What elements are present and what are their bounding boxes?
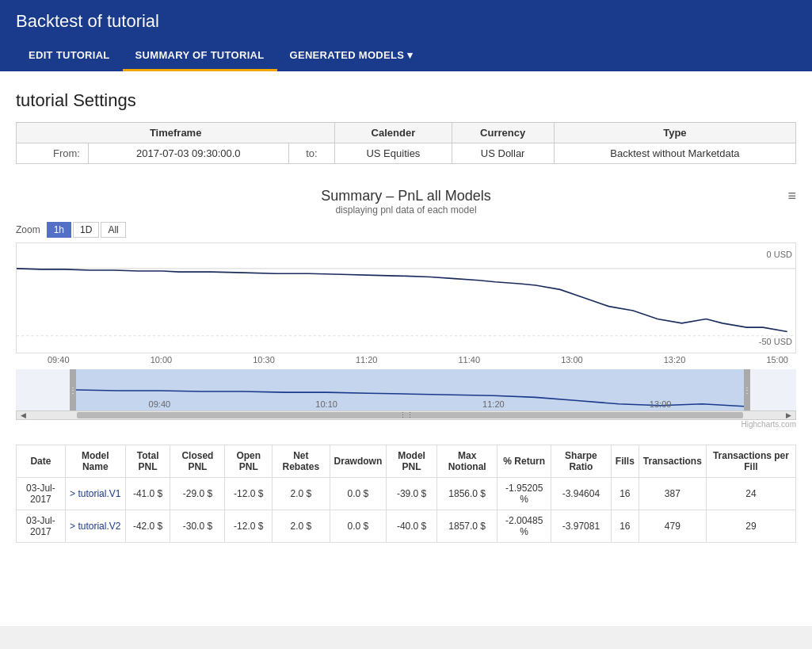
settings-table: Timeframe Calender Currency Type From: 2… xyxy=(16,122,796,164)
x-label-2: 10:30 xyxy=(253,355,275,365)
scroll-left-arrow[interactable]: ◀ xyxy=(21,411,26,419)
page-title: Backtest of tutorial xyxy=(16,11,796,32)
nav-x-label-0: 09:40 xyxy=(149,399,171,409)
col-header-closed-pnl: Closed PNL xyxy=(170,445,225,478)
col-header-transactions-per-fill: Transactions per Fill xyxy=(706,445,795,478)
row1-total-pnl: -41.0 $ xyxy=(125,478,170,510)
nav-x-label-1: 10:10 xyxy=(315,399,337,409)
col-header-transactions: Transactions xyxy=(639,445,706,478)
from-value: 2017-07-03 09:30:00.0 xyxy=(88,143,288,164)
to-label: to: xyxy=(288,143,335,164)
nav-outside-right xyxy=(744,369,796,410)
calender-header: Calender xyxy=(335,123,452,143)
row2-model-pnl: -40.0 $ xyxy=(387,510,437,543)
timeframe-header: Timeframe xyxy=(17,123,335,143)
y-axis-top-label: 0 USD xyxy=(767,250,792,259)
navigator-container: ⋮ ⋮ ◀ ▶ ⋮⋮ 09:40 10:10 11:2 xyxy=(16,369,796,420)
main-chart-svg xyxy=(17,243,795,353)
col-header-total-pnl: Total PNL xyxy=(125,445,170,478)
main-content: tutorial Settings Timeframe Calender Cur… xyxy=(0,71,812,626)
scroll-center-marker: ⋮⋮ xyxy=(399,411,414,419)
scrollbar-track[interactable]: ◀ ▶ ⋮⋮ xyxy=(16,410,796,420)
x-label-7: 15:00 xyxy=(766,355,788,365)
row2-pct-return: -2.00485 % xyxy=(497,510,551,543)
row2-date: 03-Jul-2017 xyxy=(17,510,66,543)
type-value: Backtest without Marketdata xyxy=(554,143,795,164)
row2-total-pnl: -42.0 $ xyxy=(125,510,170,543)
chart-title: Summary – PnL all Models xyxy=(321,188,490,204)
nav-x-label-3: 13:00 xyxy=(650,399,672,409)
row1-fills: 16 xyxy=(611,478,639,510)
table-row: 03-Jul-2017 > tutorial.V2 -42.0 $ -30.0 … xyxy=(17,510,796,543)
scroll-right-arrow[interactable]: ▶ xyxy=(786,411,791,419)
col-header-fills: Fills xyxy=(611,445,639,478)
tab-edit-tutorial[interactable]: EDIT TUTORIAL xyxy=(16,41,123,71)
row1-transactions-per-fill: 24 xyxy=(706,478,795,510)
row2-fills: 16 xyxy=(611,510,639,543)
x-label-4: 11:40 xyxy=(459,355,481,365)
chevron-down-icon: ▾ xyxy=(407,49,413,61)
row2-transactions: 479 xyxy=(639,510,706,543)
highcharts-credit: Highcharts.com xyxy=(16,420,796,429)
row1-open-pnl: -12.0 $ xyxy=(225,478,273,510)
header: Backtest of tutorial EDIT TUTORIAL SUMMA… xyxy=(0,0,812,71)
zoom-1d-button[interactable]: 1D xyxy=(73,222,99,238)
nav-right-handle[interactable]: ⋮ xyxy=(744,369,750,410)
nav-tabs: EDIT TUTORIAL SUMMARY OF TUTORIAL GENERA… xyxy=(16,41,796,71)
row2-open-pnl: -12.0 $ xyxy=(225,510,273,543)
x-label-1: 10:00 xyxy=(151,355,173,365)
zoom-1h-button[interactable]: 1h xyxy=(47,222,71,238)
chart-x-axis: 09:40 10:00 10:30 11:20 11:40 13:00 13:2… xyxy=(16,353,796,366)
col-header-drawdown: Drawdown xyxy=(330,445,387,478)
col-header-sharpe-ratio: Sharpe Ratio xyxy=(551,445,611,478)
zoom-all-button[interactable]: All xyxy=(101,222,125,238)
calender-value: US Equities xyxy=(335,143,452,164)
col-header-open-pnl: Open PNL xyxy=(225,445,273,478)
col-header-date: Date xyxy=(17,445,66,478)
row1-transactions: 387 xyxy=(639,478,706,510)
x-label-0: 09:40 xyxy=(48,355,70,365)
row2-drawdown: 0.0 $ xyxy=(330,510,387,543)
nav-x-axis: 09:40 10:10 11:20 13:00 xyxy=(76,399,744,409)
y-axis-bottom-label: -50 USD xyxy=(759,337,792,346)
zoom-label: Zoom xyxy=(16,224,40,235)
row2-sharpe-ratio: -3.97081 xyxy=(551,510,611,543)
row1-sharpe-ratio: -3.94604 xyxy=(551,478,611,510)
row2-max-notional: 1857.0 $ xyxy=(436,510,497,543)
col-header-model-name: Model Name xyxy=(65,445,125,478)
currency-header: Currency xyxy=(452,123,554,143)
nav-outside-left xyxy=(16,369,76,410)
chart-header: Summary – PnL all Models ≡ displaying pn… xyxy=(16,188,796,216)
chart-subtitle: displaying pnl data of each model xyxy=(16,204,796,216)
col-header-model-pnl: Model PNL xyxy=(387,445,437,478)
chart-section: Summary – PnL all Models ≡ displaying pn… xyxy=(16,188,796,429)
x-label-5: 13:00 xyxy=(561,355,583,365)
row1-max-notional: 1856.0 $ xyxy=(436,478,497,510)
row2-transactions-per-fill: 29 xyxy=(706,510,795,543)
tab-generated-models[interactable]: GENERATED MODELS ▾ xyxy=(277,41,426,71)
from-label: From: xyxy=(17,143,89,164)
row1-model-link[interactable]: > tutorial.V1 xyxy=(70,488,120,499)
row1-model-pnl: -39.0 $ xyxy=(387,478,437,510)
data-table: Date Model Name Total PNL Closed PNL Ope… xyxy=(16,445,796,543)
type-header: Type xyxy=(554,123,795,143)
currency-value: US Dollar xyxy=(452,143,554,164)
row2-model-link[interactable]: > tutorial.V2 xyxy=(70,521,120,532)
tab-summary-of-tutorial[interactable]: SUMMARY OF TUTORIAL xyxy=(123,41,277,71)
col-header-max-notional: Max Notional xyxy=(436,445,497,478)
x-label-3: 11:20 xyxy=(356,355,378,365)
row1-net-rebates: 2.0 $ xyxy=(273,478,330,510)
settings-section-title: tutorial Settings xyxy=(16,90,796,111)
row2-model-name[interactable]: > tutorial.V2 xyxy=(65,510,125,543)
row1-date: 03-Jul-2017 xyxy=(17,478,66,510)
col-header-pct-return: % Return xyxy=(497,445,551,478)
chart-menu-icon[interactable]: ≡ xyxy=(787,188,796,204)
row1-pct-return: -1.95205 % xyxy=(497,478,551,510)
table-row: 03-Jul-2017 > tutorial.V1 -41.0 $ -29.0 … xyxy=(17,478,796,510)
x-label-6: 13:20 xyxy=(664,355,686,365)
row1-drawdown: 0.0 $ xyxy=(330,478,387,510)
nav-left-handle[interactable]: ⋮ xyxy=(70,369,76,410)
main-chart-container: 0 USD -50 USD xyxy=(16,242,796,353)
row1-model-name[interactable]: > tutorial.V1 xyxy=(65,478,125,510)
col-header-net-rebates: Net Rebates xyxy=(273,445,330,478)
